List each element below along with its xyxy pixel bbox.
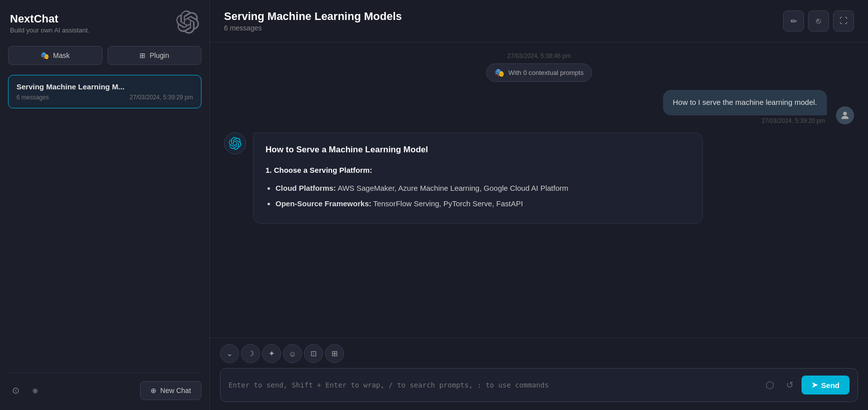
bullet-bold-0: Cloud Platforms: [276,184,336,192]
new-chat-button[interactable]: ⊕ New Chat [140,381,202,400]
refresh-button[interactable]: ↺ [782,377,798,393]
assistant-section1: 1. Choose a Serving Platform: [266,164,690,177]
emoji-icon: ☺ [288,350,296,358]
input-toolbar: ⌄ ☽ ✦ ☺ ⊡ ⊞ [220,344,858,363]
header-actions: ✏ ⎋ ⛶ [783,10,854,31]
github-icon: ⎈ [32,386,38,396]
list-item: Cloud Platforms: AWS SageMaker, Azure Ma… [276,182,690,195]
assistant-avatar [224,132,246,154]
list-item: Open-Source Frameworks: TensorFlow Servi… [276,197,690,210]
settings-button[interactable]: ⊙ [8,381,24,400]
chat-item[interactable]: Serving Machine Learning M... 6 messages… [8,75,202,108]
system-timestamp: 27/03/2024, 5:38:46 pm [508,52,571,59]
expand-icon: ⌄ [226,349,233,358]
chat-item-timestamp: 27/03/2024, 5:39:29 pm [130,94,193,101]
chat-item-title: Serving Machine Learning M... [16,82,193,91]
sidebar-bottom: ⊙ ⎈ ⊕ New Chat [8,373,202,400]
plugin-button[interactable]: ⊞ Plugin [108,46,202,65]
chat-title: Serving Machine Learning Models [224,10,402,23]
input-area: ⌄ ☽ ✦ ☺ ⊡ ⊞ ⬡ [210,338,868,410]
share-button[interactable]: ⎋ [808,10,829,31]
assistant-message: How to Serve a Machine Learning Model 1.… [253,132,703,224]
sidebar: NextChat Build your own AI assistant. 🎭 … [0,0,210,410]
prompt-icon: 🎭 [494,68,504,77]
sidebar-header: NextChat Build your own AI assistant. [8,10,202,36]
send-icon: ➤ [812,381,818,390]
assistant-bullet-list: Cloud Platforms: AWS SageMaker, Azure Ma… [266,182,690,210]
image-button[interactable]: ⊡ [304,344,323,363]
chat-title-area: Serving Machine Learning Models 6 messag… [224,10,402,32]
plugin-label: Plugin [150,51,169,59]
chat-input[interactable] [228,380,756,391]
assistant-message-container: How to Serve a Machine Learning Model 1.… [224,132,854,224]
input-row: ⬡ ↺ ➤ Send [220,368,858,402]
mask-button[interactable]: 🎭 Mask [8,46,102,65]
chat-item-messages: 6 messages [16,94,49,101]
user-message-container: How to I serve the machine learning mode… [224,90,854,124]
star-button[interactable]: ✦ [262,344,281,363]
more-button[interactable]: ⊞ [325,344,344,363]
expand-button[interactable]: ⌄ [220,344,239,363]
more-icon: ⊞ [332,349,338,358]
svg-point-0 [843,111,846,115]
fullscreen-button[interactable]: ⛶ [833,10,854,31]
main-chat: Serving Machine Learning Models 6 messag… [210,0,868,410]
plus-icon: ⊕ [150,387,156,395]
system-badge: 🎭 With 0 contextual prompts [486,63,592,82]
refresh-icon: ↺ [786,380,794,391]
user-message: How to I serve the machine learning mode… [663,90,827,115]
user-message-time: 27/03/2024, 5:39:20 pm [762,117,827,124]
system-badge-text: With 0 contextual prompts [508,69,584,76]
enhance-icon: ⬡ [766,379,774,391]
theme-button[interactable]: ☽ [241,344,260,363]
edit-icon: ✏ [790,16,797,26]
mask-icon: 🎭 [40,51,49,59]
chat-list: Serving Machine Learning M... 6 messages… [8,75,202,368]
fullscreen-icon: ⛶ [840,16,848,25]
chat-item-meta: 6 messages 27/03/2024, 5:39:29 pm [16,94,193,101]
image-icon: ⊡ [310,349,317,358]
mask-label: Mask [53,51,70,59]
openai-logo-icon [176,10,200,36]
input-actions: ⬡ ↺ ➤ Send [762,376,850,395]
enhance-button[interactable]: ⬡ [762,377,778,393]
assistant-heading: How to Serve a Machine Learning Model [266,143,690,157]
edit-button[interactable]: ✏ [783,10,804,31]
theme-icon: ☽ [248,349,254,358]
bullet-text-0: AWS SageMaker, Azure Machine Learning, G… [336,184,568,192]
bullet-bold-1: Open-Source Frameworks: [276,199,372,208]
brand-title: NextChat [10,12,90,25]
github-button[interactable]: ⎈ [28,382,42,400]
new-chat-label: New Chat [160,387,191,395]
sidebar-actions: 🎭 Mask ⊞ Plugin [8,46,202,65]
sidebar-brand: NextChat Build your own AI assistant. [10,12,90,34]
messages-area: 27/03/2024, 5:38:46 pm 🎭 With 0 contextu… [210,42,868,338]
chat-header: Serving Machine Learning Models 6 messag… [210,0,868,42]
send-button[interactable]: ➤ Send [802,376,850,395]
chat-subtitle: 6 messages [224,24,402,32]
user-avatar [836,106,854,124]
emoji-button[interactable]: ☺ [283,344,302,363]
send-label: Send [821,381,840,390]
settings-icon: ⊙ [12,385,20,396]
system-message: 27/03/2024, 5:38:46 pm 🎭 With 0 contextu… [224,52,854,82]
brand-subtitle: Build your own AI assistant. [10,26,90,34]
star-icon: ✦ [268,349,275,358]
user-message-wrap: How to I serve the machine learning mode… [663,90,827,124]
bullet-text-1: TensorFlow Serving, PyTorch Serve, FastA… [372,199,523,208]
plugin-icon: ⊞ [140,51,146,59]
share-icon: ⎋ [816,16,821,25]
